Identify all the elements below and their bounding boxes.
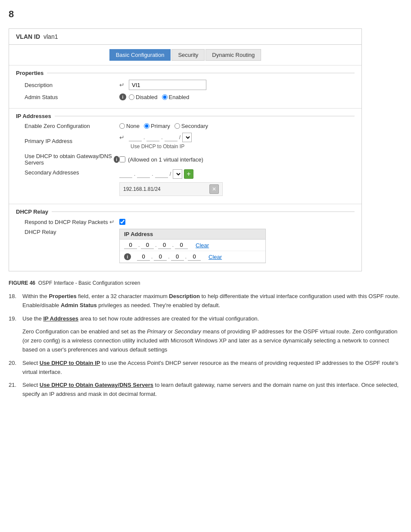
- list-number-20: 20.: [9, 359, 19, 377]
- primary-ip-row: Primary IP Address ↵ . . /: [16, 133, 355, 149]
- admin-enabled-label: Enabled: [169, 94, 190, 100]
- secondary-ip-octet1[interactable]: [119, 170, 132, 178]
- zero-config-primary-radio[interactable]: [144, 123, 149, 129]
- dhcp-relay-ip2-o1[interactable]: [137, 253, 150, 261]
- admin-status-radio-group: Disabled Enabled: [129, 94, 189, 100]
- dhcp-relay-clear-1[interactable]: Clear: [196, 242, 209, 249]
- list-content-21: Select Use DHCP to Obtain Gateway/DNS Se…: [22, 381, 402, 399]
- dhcp-relay-row2-info-icon[interactable]: i: [124, 253, 131, 260]
- figure-number: FIGURE 46: [9, 280, 35, 286]
- dhcp-relay-table-container: IP Address . . . Clear: [119, 229, 266, 263]
- primary-ip-field: . . /: [129, 133, 192, 142]
- secondary-addresses-label: Secondary Addresses: [25, 169, 119, 176]
- list-content-19: Use the IP Addresses area to set how rou…: [22, 314, 402, 324]
- dhcp-relay-table-header: IP Address: [120, 229, 265, 240]
- primary-italic: Primary: [147, 328, 166, 335]
- zero-config-secondary-option[interactable]: Secondary: [174, 123, 208, 129]
- primary-ip-control: ↵ . . / Use DHCP to Obtain IP: [119, 133, 192, 149]
- dhcp-relay-ip1-o1[interactable]: [124, 241, 137, 249]
- dhcp-relay-ip1-o2[interactable]: [141, 241, 154, 249]
- dhcp-relay-row: DHCP Relay IP Address . . .: [16, 229, 355, 263]
- secondary-ip-octet2[interactable]: [137, 170, 150, 178]
- list-item-19: 19. Use the IP Addresses area to set how…: [9, 314, 402, 324]
- admin-status-info-icon[interactable]: i: [119, 93, 126, 100]
- dhcp-relay-clear-2[interactable]: Clear: [209, 254, 222, 260]
- description-label: Description: [25, 82, 119, 88]
- zero-config-radio-group: None Primary Secondary: [119, 123, 208, 129]
- properties-section-title: Properties: [16, 70, 355, 76]
- dhcp-relay-table-row-1: . . . Clear: [120, 240, 265, 251]
- use-dhcp-obtain-ip-text: Use DHCP to Obtain IP: [131, 143, 184, 149]
- zero-config-secondary-radio[interactable]: [174, 123, 180, 129]
- use-dhcp-gateway-info-icon[interactable]: i: [114, 156, 119, 163]
- description-control: ↵: [119, 80, 206, 90]
- zero-config-label: Enable Zero Configuration: [25, 123, 119, 129]
- dhcp-relay-ip1-o4[interactable]: [175, 241, 188, 249]
- dhcp-relay-table-row-2: i . . . Clear: [120, 251, 265, 263]
- dhcp-relay-ip2-o4[interactable]: [188, 253, 201, 261]
- use-dhcp-gateway-dns-bold: Use DHCP to Obtain Gateway/DNS Servers: [40, 382, 153, 388]
- figure-caption: FIGURE 46 OSPF Interface - Basic Configu…: [9, 280, 402, 286]
- primary-ip-octet2[interactable]: [146, 134, 159, 141]
- use-dhcp-gateway-checkbox[interactable]: [119, 156, 125, 162]
- description-row: Description ↵: [16, 80, 355, 90]
- add-secondary-address-button[interactable]: +: [184, 169, 193, 179]
- list-item-18: 18. Within the Properties field, enter a…: [9, 292, 402, 310]
- zero-config-none-label: None: [126, 123, 140, 129]
- description-arrow-icon: ↵: [119, 81, 126, 88]
- admin-disabled-label: Disabled: [136, 94, 158, 100]
- list-content-18: Within the Properties field, enter a 32 …: [22, 292, 402, 310]
- primary-ip-label: Primary IP Address: [25, 138, 119, 144]
- primary-ip-prefix-select[interactable]: [182, 133, 192, 142]
- tab-dynamic-routing[interactable]: Dynamic Routing: [206, 49, 261, 61]
- use-dhcp-gateway-allowed-text: (Allowed on 1 virtual interface): [128, 156, 203, 163]
- panel-header: VLAN ID vlan1: [9, 29, 361, 45]
- list-content-sub: Zero Configuration can be enabled and se…: [22, 327, 402, 354]
- description-input[interactable]: [129, 80, 206, 90]
- dhcp-relay-label: DHCP Relay: [25, 229, 119, 235]
- zero-config-primary-option[interactable]: Primary: [144, 123, 170, 129]
- vlan-id-label: VLAN ID: [16, 33, 40, 40]
- secondary-addresses-row: Secondary Addresses . . / + 192.168.1.81…: [16, 169, 355, 196]
- list-item-20: 20. Select Use DHCP to Obtain IP to use …: [9, 359, 402, 377]
- zero-config-none-radio[interactable]: [119, 123, 125, 129]
- secondary-ip-prefix-select[interactable]: [173, 169, 182, 179]
- zero-config-none-option[interactable]: None: [119, 123, 140, 129]
- respond-dhcp-row: Respond to DHCP Relay Packets ↵: [16, 218, 355, 225]
- dhcp-relay-ip2-o3[interactable]: [171, 253, 184, 261]
- admin-status-label: Admin Status: [25, 94, 119, 100]
- use-dhcp-gateway-control: (Allowed on 1 virtual interface): [119, 156, 203, 163]
- dhcp-relay-ip2-o2[interactable]: [154, 253, 167, 261]
- dhcp-relay-ip1-o3[interactable]: [158, 241, 171, 249]
- secondary-ip-octet3[interactable]: [155, 170, 168, 178]
- admin-disabled-radio[interactable]: [129, 94, 134, 100]
- admin-status-control: i Disabled Enabled: [119, 93, 189, 100]
- primary-ip-octet1[interactable]: [129, 134, 142, 141]
- vlan-id-value: vlan1: [44, 33, 58, 40]
- list-number-18: 18.: [9, 292, 19, 310]
- use-dhcp-gateway-label: Use DHCP to obtain Gateway/DNS Servers i: [25, 153, 119, 166]
- panel: VLAN ID vlan1 Basic Configuration Securi…: [9, 28, 362, 271]
- zero-config-primary-label: Primary: [151, 123, 170, 129]
- remove-existing-address-button[interactable]: ✕: [209, 184, 219, 194]
- dhcp-relay-ip-2: . . .: [137, 253, 201, 261]
- respond-dhcp-checkbox[interactable]: [119, 219, 125, 225]
- tabs-row: Basic Configuration Security Dynamic Rou…: [9, 45, 361, 65]
- figure-caption-text: OSPF Interface - Basic Configuration scr…: [38, 280, 140, 286]
- tab-security[interactable]: Security: [171, 49, 205, 61]
- ip-addresses-section: IP Addresses Enable Zero Configuration N…: [9, 109, 361, 204]
- existing-secondary-address: 192.168.1.81/24 ✕: [119, 182, 223, 196]
- ip-addresses-section-title: IP Addresses: [16, 113, 355, 119]
- admin-status-bold: Admin Status: [61, 302, 97, 308]
- body-text-section: 18. Within the Properties field, enter a…: [9, 292, 402, 399]
- dhcp-relay-section-title: DHCP Relay: [16, 208, 355, 215]
- properties-bold: Properties: [49, 293, 76, 299]
- primary-ip-octet3[interactable]: [165, 134, 177, 141]
- admin-enabled-radio[interactable]: [162, 94, 168, 100]
- tab-basic-configuration[interactable]: Basic Configuration: [109, 49, 171, 61]
- admin-enabled-option[interactable]: Enabled: [162, 94, 190, 100]
- admin-disabled-option[interactable]: Disabled: [129, 94, 158, 100]
- list-content-20: Select Use DHCP to Obtain IP to use the …: [22, 359, 402, 377]
- properties-section: Properties Description ↵ Admin Status i …: [9, 65, 361, 109]
- ip-addresses-underline-bold: IP Addresses: [43, 315, 78, 322]
